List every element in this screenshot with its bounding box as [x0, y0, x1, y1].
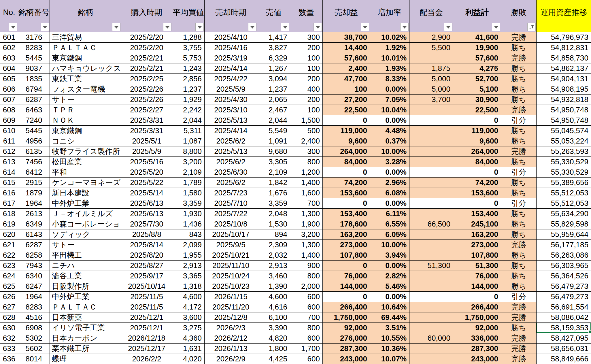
cell-qty[interactable]: 1,200: [290, 167, 323, 178]
cell-code[interactable]: 4516: [18, 312, 50, 323]
cell-div[interactable]: [409, 209, 453, 219]
cell-gain[interactable]: 153,600: [323, 188, 370, 198]
cell-name[interactable]: 日本カーボン: [50, 333, 121, 344]
cell-div[interactable]: 5,000: [409, 84, 453, 95]
cell-total[interactable]: 144,000: [453, 281, 501, 292]
cell-qty[interactable]: 1,300: [290, 240, 323, 250]
cell-result[interactable]: 引分: [501, 115, 537, 126]
cell-buy[interactable]: 2025/12/17: [121, 344, 172, 354]
cell-no[interactable]: 602: [0, 43, 18, 53]
cell-no[interactable]: 614: [0, 167, 18, 178]
cell-code[interactable]: 6247: [18, 281, 50, 292]
cell-qty[interactable]: 100: [290, 105, 323, 115]
cell-div[interactable]: [409, 136, 453, 146]
cell-no[interactable]: 607: [0, 95, 18, 105]
cell-gain[interactable]: 57,600: [323, 53, 370, 63]
cell-rate[interactable]: 3.51%: [370, 323, 409, 333]
cell-gain[interactable]: 287,300: [323, 344, 370, 354]
cell-assets[interactable]: 55,053,224: [537, 136, 591, 146]
cell-total[interactable]: 19,900: [453, 43, 501, 53]
cell-code[interactable]: 6463: [18, 105, 50, 115]
cell-no[interactable]: 615: [0, 178, 18, 188]
cell-sell[interactable]: 2025/7/23: [205, 188, 257, 198]
cell-code[interactable]: 7943: [18, 261, 50, 271]
cell-buy[interactable]: 2025/3/31: [121, 126, 172, 136]
cell-code[interactable]: 6349: [18, 219, 50, 229]
cell-qty[interactable]: 1,700: [290, 344, 323, 354]
cell-assets[interactable]: 58,427,095: [537, 333, 591, 344]
cell-price[interactable]: 3,359: [257, 198, 290, 209]
filter-dropdown-icon[interactable]: [163, 23, 171, 31]
cell-assets[interactable]: 55,512,053: [537, 188, 591, 198]
cell-qty[interactable]: 700: [290, 198, 323, 209]
cell-sell[interactable]: 2026/2/3: [205, 323, 257, 333]
cell-buy[interactable]: 2025/2/25: [121, 74, 172, 84]
cell-buy[interactable]: 2025/2/20: [121, 43, 172, 53]
cell-name[interactable]: コニシ: [50, 136, 121, 146]
cell-result[interactable]: 勝ち: [501, 229, 537, 240]
cell-qty[interactable]: 600: [290, 292, 323, 302]
cell-total[interactable]: 0: [453, 198, 501, 209]
cell-qty[interactable]: 200: [290, 74, 323, 84]
cell-gain[interactable]: 163,200: [323, 229, 370, 240]
cell-total[interactable]: 1,750,000: [453, 312, 501, 323]
cell-sell[interactable]: 2025/9/5: [205, 240, 257, 250]
cell-div[interactable]: [409, 157, 453, 167]
cell-buy[interactable]: 2025/2/21: [121, 53, 172, 63]
column-header-no[interactable]: No.: [0, 0, 18, 32]
cell-no[interactable]: 620: [0, 229, 18, 240]
cell-buy[interactable]: 2025/5/9: [121, 146, 172, 157]
cell-total[interactable]: 336,000: [453, 333, 501, 344]
cell-name[interactable]: イリソ電子工業: [50, 323, 121, 333]
cell-result[interactable]: 勝ち: [501, 157, 537, 167]
cell-rate[interactable]: 0.00%: [370, 84, 409, 95]
cell-no[interactable]: 625: [0, 281, 18, 292]
cell-assets[interactable]: 56,364,526: [537, 271, 591, 281]
cell-price[interactable]: 3,390: [257, 323, 290, 333]
filter-dropdown-icon[interactable]: [9, 23, 17, 31]
cell-avg[interactable]: 5,311: [172, 126, 205, 136]
cell-rate[interactable]: 10.55%: [370, 333, 409, 344]
cell-rate[interactable]: 10.00%: [370, 146, 409, 157]
cell-total[interactable]: 92,000: [453, 323, 501, 333]
cell-div[interactable]: 5,500: [409, 43, 453, 53]
cell-result[interactable]: 完勝: [501, 240, 537, 250]
cell-avg[interactable]: 1,237: [172, 84, 205, 95]
cell-qty[interactable]: 700: [290, 312, 323, 323]
cell-buy[interactable]: 2025/12/1: [121, 312, 172, 323]
cell-code[interactable]: 8014: [18, 354, 50, 364]
cell-result[interactable]: 勝ち: [501, 74, 537, 84]
cell-rate[interactable]: 10.04%: [370, 105, 409, 115]
cell-qty[interactable]: 600: [290, 354, 323, 364]
cell-code[interactable]: 4956: [18, 136, 50, 146]
cell-gain[interactable]: 273,000: [323, 240, 370, 250]
cell-total[interactable]: 243,000: [453, 354, 501, 364]
cell-div[interactable]: [409, 323, 453, 333]
cell-price[interactable]: 1,091: [257, 136, 290, 146]
cell-assets[interactable]: 56,479,273: [537, 292, 591, 302]
cell-div[interactable]: [409, 146, 453, 157]
cell-name[interactable]: ＰＡＬＴＡＣ: [50, 43, 121, 53]
cell-price[interactable]: 6,100: [257, 312, 290, 323]
cell-code[interactable]: 2915: [18, 178, 50, 188]
cell-price[interactable]: 1,267: [257, 63, 290, 74]
cell-sell[interactable]: 2026/1/13: [205, 344, 257, 354]
cell-name[interactable]: 東京鐵鋼: [50, 126, 121, 136]
cell-sell[interactable]: 2025/5/13: [205, 115, 257, 126]
cell-avg[interactable]: 3,275: [172, 323, 205, 333]
cell-no[interactable]: 628: [0, 312, 18, 323]
cell-sell[interactable]: 2025/4/10: [205, 32, 257, 43]
cell-qty[interactable]: 800: [290, 271, 323, 281]
cell-div[interactable]: 1,875: [409, 63, 453, 74]
cell-result[interactable]: 完勝: [501, 32, 537, 43]
cell-buy[interactable]: 2025/10/14: [121, 281, 172, 292]
cell-rate[interactable]: 6.55%: [370, 219, 409, 229]
cell-result[interactable]: 勝ち: [501, 281, 537, 292]
cell-avg[interactable]: 843: [172, 229, 205, 240]
cell-assets[interactable]: 54,858,730: [537, 53, 591, 63]
cell-no[interactable]: 624: [0, 271, 18, 281]
cell-div[interactable]: 51,300: [409, 261, 453, 271]
filter-dropdown-icon[interactable]: [444, 23, 452, 31]
cell-price[interactable]: 2,044: [257, 115, 290, 126]
cell-assets[interactable]: 56,263,086: [537, 250, 591, 261]
